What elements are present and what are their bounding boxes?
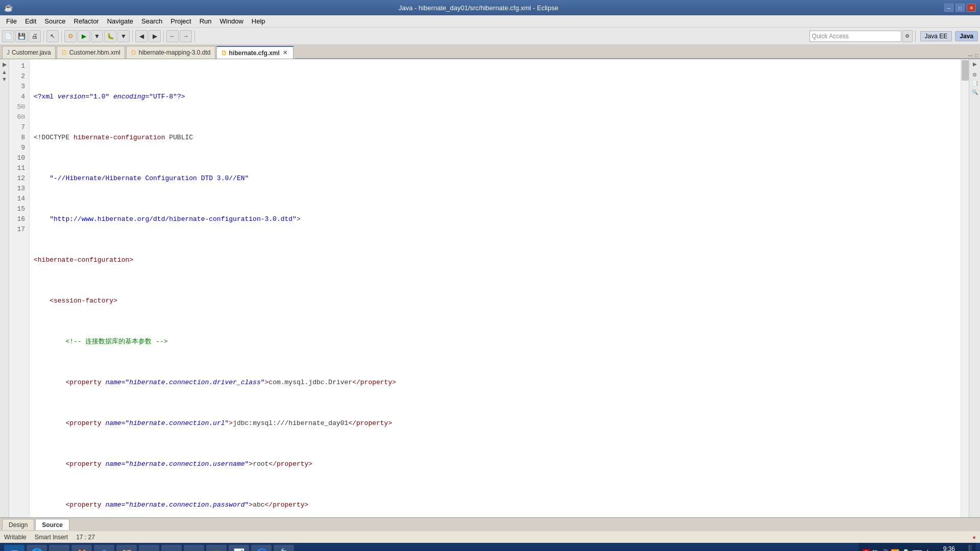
- tab-hibernate-cfg[interactable]: 🗋 hibernate.cfg.xml ✕: [216, 46, 293, 59]
- menu-run[interactable]: Run: [195, 15, 216, 27]
- prev-button[interactable]: ◀: [135, 30, 148, 42]
- tray-icon-input[interactable]: 中: [924, 549, 932, 551]
- taskbar-leaf[interactable]: 🍃: [274, 545, 294, 551]
- code-line-3: "-//Hibernate/Hibernate Configuration DT…: [34, 173, 957, 184]
- left-gutter-icon-3[interactable]: ▼: [2, 76, 7, 82]
- insert-mode-label: Smart Insert: [35, 534, 68, 541]
- tab-maximize-icon[interactable]: □: [975, 53, 978, 58]
- forward-button[interactable]: →: [180, 30, 192, 42]
- build-button[interactable]: ⚙: [64, 30, 77, 42]
- minimize-button[interactable]: –: [944, 4, 953, 12]
- taskbar-chart[interactable]: 📊: [229, 545, 249, 551]
- right-panel-icon-1[interactable]: ▶: [972, 61, 977, 67]
- toolbar-sep-5: [194, 31, 195, 42]
- taskbar-spiral[interactable]: 🌀: [251, 545, 272, 551]
- taskbar-google[interactable]: G: [94, 545, 114, 551]
- next-button[interactable]: ▶: [149, 30, 161, 42]
- taskbar-firefox[interactable]: 🦊: [71, 545, 92, 551]
- tray-icon-network[interactable]: 📶: [891, 549, 899, 551]
- tab-label-hibernate-mapping: hibernate-mapping-3.0.dtd: [139, 49, 211, 56]
- menu-refactor[interactable]: Refactor: [70, 15, 103, 27]
- left-gutter-icon-1[interactable]: ▶: [3, 61, 7, 68]
- close-button[interactable]: ✕: [967, 4, 976, 12]
- menu-window[interactable]: Window: [216, 15, 248, 27]
- right-panel-icon-4[interactable]: 🔍: [972, 89, 978, 95]
- main-editor-area: ▶ ▲ ▼ 1 2 3 4 5⊟ 6⊟ 7 8 9 10 11 12 13 14…: [0, 59, 980, 517]
- cursor-button[interactable]: ↖: [46, 30, 59, 42]
- taskbar-edge[interactable]: e: [49, 545, 69, 551]
- menu-file[interactable]: File: [2, 15, 21, 27]
- line-numbers: 1 2 3 4 5⊟ 6⊟ 7 8 9 10 11 12 13 14 15 16…: [9, 59, 30, 517]
- line-num-5[interactable]: 5⊟: [9, 102, 27, 112]
- position-label: 17 : 27: [76, 534, 95, 541]
- run-button[interactable]: ▶: [78, 30, 90, 42]
- vertical-scrollbar[interactable]: [961, 59, 969, 517]
- system-clock[interactable]: 9:36 2017/3/16: [936, 545, 963, 551]
- code-editor[interactable]: 1 2 3 4 5⊟ 6⊟ 7 8 9 10 11 12 13 14 15 16…: [9, 59, 961, 517]
- debug-button[interactable]: 🐛: [104, 30, 116, 42]
- tab-minimize-icon[interactable]: —: [968, 53, 973, 58]
- menu-edit[interactable]: Edit: [21, 15, 40, 27]
- quick-access-input[interactable]: Quick Access: [810, 31, 901, 42]
- status-insert-mode: Smart Insert: [35, 534, 68, 541]
- quick-access-label: Quick Access: [812, 33, 849, 40]
- menu-navigate[interactable]: Navigate: [103, 15, 137, 27]
- java-perspective[interactable]: Java: [955, 31, 978, 41]
- taskbar-scissors[interactable]: ✂: [184, 545, 204, 551]
- menu-search[interactable]: Search: [137, 15, 166, 27]
- new-button[interactable]: 📄: [2, 30, 14, 42]
- java-ee-perspective[interactable]: Java EE: [920, 31, 952, 41]
- bottom-tab-source[interactable]: Source: [35, 519, 69, 530]
- tab-customer-java[interactable]: J Customer.java: [2, 46, 56, 59]
- code-line-5: <hibernate-configuration>: [34, 255, 957, 265]
- line-num-10: 10: [9, 153, 27, 163]
- run-drop-button[interactable]: ▼: [91, 30, 103, 42]
- menu-project[interactable]: Project: [166, 15, 195, 27]
- toolbar-sep-2: [61, 31, 62, 42]
- taskbar-word[interactable]: W: [161, 545, 182, 551]
- system-tray: S 英 🔊 📶 🔋 ⌨ 中 9:36 2017/3/16: [859, 543, 976, 551]
- writable-label: Writable: [4, 534, 27, 541]
- line-num-6[interactable]: 6⊟: [9, 112, 27, 122]
- tab-hibernate-mapping[interactable]: 🗋 hibernate-mapping-3.0.dtd: [126, 46, 215, 59]
- taskbar-ie[interactable]: 🌐: [27, 545, 47, 551]
- taskbar-game[interactable]: 🎮: [206, 545, 227, 551]
- menu-help[interactable]: Help: [248, 15, 270, 27]
- debug-drop-button[interactable]: ▼: [117, 30, 130, 42]
- back-button[interactable]: ←: [166, 30, 179, 42]
- tray-icon-sound[interactable]: 🔊: [880, 549, 889, 551]
- taskbar-explorer[interactable]: 📁: [116, 545, 137, 551]
- tray-icon-keyboard[interactable]: ⌨: [912, 549, 922, 551]
- tab-customer-hbm[interactable]: 🗋 Customer.hbm.xml: [57, 46, 125, 59]
- toolbar: 📄 💾 🖨 ↖ ⚙ ▶ ▼ 🐛 ▼ ◀ ▶ ← → Quick Access ⚙…: [0, 28, 980, 45]
- tray-icon-zh[interactable]: 英: [872, 549, 878, 551]
- right-panel-icon-2[interactable]: ⚙: [972, 72, 977, 78]
- tray-icon-sougou[interactable]: S: [863, 549, 870, 551]
- code-content[interactable]: <?xml version="1.0" encoding="UTF-8"?> <…: [30, 59, 961, 517]
- maximize-button[interactable]: □: [955, 4, 965, 12]
- left-gutter-icon-2[interactable]: ▲: [2, 69, 7, 75]
- app-icon: ☕: [4, 4, 13, 12]
- tab-label-hibernate-cfg: hibernate.cfg.xml: [229, 49, 280, 57]
- right-panel-icon-3[interactable]: 📑: [972, 81, 978, 86]
- taskbar-notepad[interactable]: ✏: [139, 545, 159, 551]
- left-gutter: ▶ ▲ ▼: [0, 59, 9, 517]
- perspective-settings[interactable]: ⚙: [902, 30, 913, 42]
- show-desktop-button[interactable]: [969, 545, 972, 551]
- line-num-17: 17: [9, 224, 27, 235]
- bottom-tab-design[interactable]: Design: [2, 519, 34, 530]
- status-marker: ●: [972, 534, 976, 540]
- tab-close-hibernate-cfg[interactable]: ✕: [282, 49, 289, 57]
- tray-icon-battery[interactable]: 🔋: [901, 549, 910, 551]
- line-num-14: 14: [9, 194, 27, 204]
- print-button[interactable]: 🖨: [29, 30, 41, 42]
- line-num-12: 12: [9, 173, 27, 184]
- window-title: Java - hibernate_day01/src/hibernate.cfg…: [13, 4, 944, 12]
- scrollbar-thumb[interactable]: [962, 60, 969, 81]
- save-button[interactable]: 💾: [15, 30, 28, 42]
- menu-source[interactable]: Source: [40, 15, 69, 27]
- start-button[interactable]: ⊞: [4, 545, 24, 551]
- code-line-10: <property name="hibernate.connection.use…: [34, 459, 957, 469]
- line-num-7: 7: [9, 122, 27, 133]
- line-num-8: 8: [9, 133, 27, 143]
